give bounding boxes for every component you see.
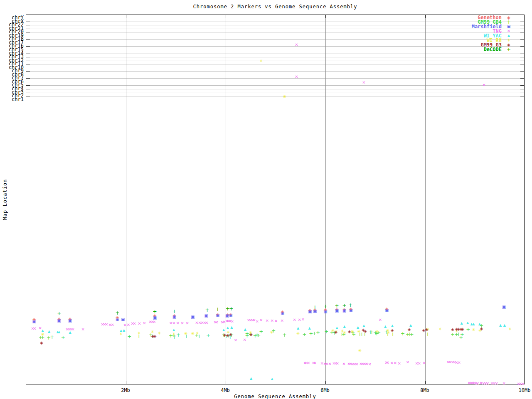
point-tng: ✕	[247, 318, 250, 323]
point-tng: ✕	[180, 321, 184, 325]
y-tick-left	[26, 54, 30, 54]
point-gm99gb4: +	[184, 334, 188, 339]
point-tng: ✕	[495, 382, 498, 386]
point-tng: ✕	[417, 362, 421, 366]
point-tng: ✕	[214, 320, 217, 325]
point-wirh: ✳	[119, 332, 123, 336]
point-tng: ✕	[406, 360, 409, 365]
point-marshfield: ▣	[342, 309, 346, 313]
point-tng: ✕	[255, 320, 259, 324]
point-tng: ✕	[336, 362, 339, 366]
point-tng: ✕	[328, 362, 332, 366]
point-genethon: ◈	[308, 308, 312, 313]
x-axis-title: Genome Sequence Assembly	[234, 394, 316, 399]
point-tng: ✕	[31, 327, 34, 331]
y-tick-left	[26, 50, 30, 50]
point-wiyac: ▲	[250, 377, 252, 380]
point-tng: ✕	[69, 328, 73, 332]
chart-canvas: Chromosome 2 Markers vs Genome Sequence …	[0, 0, 532, 399]
point-tng: ✕	[252, 318, 256, 323]
point-tng: ✕	[349, 362, 352, 366]
point-gm99g3: ◈	[408, 328, 411, 332]
y-tick-right	[520, 25, 524, 25]
point-gm99gb4: +	[228, 335, 232, 340]
point-wirh: ✳	[150, 330, 154, 334]
chromosome-gridline	[26, 93, 524, 93]
point-wirh: ✳	[386, 329, 389, 333]
point-tng: ✕	[71, 328, 75, 332]
point-wiyac: ▲	[308, 327, 311, 330]
point-wirh: ✳	[375, 330, 378, 334]
point-tng: ✕	[474, 382, 478, 386]
point-gm99g3: ◈	[364, 329, 367, 333]
chromosome-gridline	[26, 54, 524, 54]
chromosome-gridline	[26, 78, 524, 79]
point-wirh: ✳	[335, 330, 338, 334]
point-wirh: ✳	[158, 331, 161, 335]
legend-marker-marshfield-icon: ▣	[507, 25, 510, 29]
point-gm99gb4: +	[223, 333, 227, 338]
x-gridline	[425, 15, 426, 384]
y-tick-left	[26, 22, 30, 22]
point-genethon: ◈	[32, 317, 36, 322]
y-tick-left	[26, 75, 30, 75]
point-wiyac: ▲	[503, 324, 506, 327]
point-gm99gb4: +	[255, 332, 259, 337]
point-gm99gb4: +	[332, 330, 337, 335]
point-wiyac: ▲	[58, 330, 60, 334]
point-gm99gb4: +	[368, 330, 372, 335]
point-wiyac: ▲	[357, 326, 359, 329]
point-tng: ✕	[313, 361, 317, 365]
point-marshfield: ▣	[335, 309, 339, 313]
point-decode: +	[216, 307, 220, 312]
point-gm99g3: ◈	[249, 332, 253, 337]
y-tick-right	[520, 39, 524, 39]
y-tick-left	[26, 85, 30, 86]
point-tng: ✕	[312, 361, 315, 365]
point-tng: ✕	[397, 362, 401, 366]
point-tng: ✕	[200, 321, 204, 325]
point-gm99g3: ◈	[348, 330, 351, 334]
point-wiyac: ▲	[123, 329, 125, 332]
point-wiyac: ▲	[343, 325, 346, 328]
point-genethon: ◈	[281, 310, 284, 314]
point-tng: ✕	[149, 320, 152, 324]
point-tng: ✕	[249, 318, 252, 323]
point-gm99g3: ◈	[153, 334, 157, 338]
point-wiyac: ▲	[466, 321, 469, 325]
y-tick-left	[26, 25, 30, 25]
point-gm99gb4: +	[41, 335, 45, 340]
point-wirh: ✳	[191, 332, 195, 336]
point-marshfield: ▣	[229, 313, 232, 318]
point-tng: ✕	[127, 323, 130, 327]
point-gm99gb4: +	[358, 332, 362, 337]
y-tick-left	[26, 93, 30, 93]
point-marshfield: ▣	[313, 309, 317, 313]
y-tick-left	[26, 32, 30, 32]
point-tng: ✕	[251, 318, 254, 323]
point-tng: ✕	[176, 321, 180, 325]
point-gm99gb4: +	[360, 332, 364, 337]
point-wirh: ✳	[270, 330, 273, 335]
point-gm99gb4: +	[303, 332, 307, 337]
point-marshfield: ▣	[308, 310, 312, 314]
point-wirh: ✳	[455, 329, 458, 333]
point-gm99gb4: +	[50, 335, 54, 340]
point-tng: ✕	[453, 360, 456, 365]
point-gm99g3: ◈	[461, 327, 464, 331]
x-tick-bottom	[325, 381, 326, 384]
point-tng: ✕	[65, 328, 69, 332]
point-tng: ✕	[230, 320, 234, 324]
legend-marker-wiyac-icon: ▲	[507, 34, 510, 37]
point-gm99gb4: +	[391, 332, 395, 337]
point-tng: ✕	[303, 361, 307, 365]
point-genethon: ◈	[153, 313, 156, 318]
point-gm99gb4: +	[283, 332, 287, 337]
point-wirh: ✳	[358, 349, 362, 353]
point-marshfield: ▣	[121, 318, 125, 322]
point-wirh: ✳	[472, 328, 475, 332]
point-gm99gb4: +	[377, 330, 381, 335]
y-tick-left	[26, 36, 30, 36]
point-gm99gb4: +	[324, 329, 328, 334]
point-tng: ✕	[334, 362, 337, 366]
